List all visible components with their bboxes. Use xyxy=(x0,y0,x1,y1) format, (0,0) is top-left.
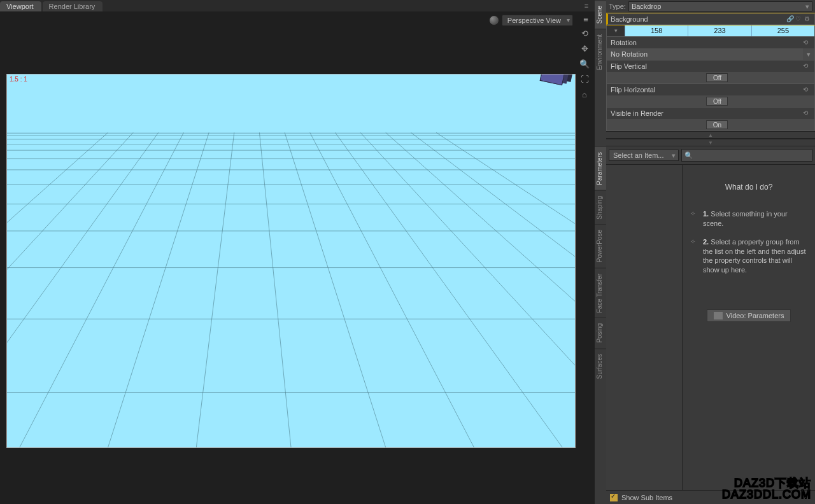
gear-icon[interactable]: ⚙ xyxy=(804,15,812,23)
side-tabs-lower: Parameters Shaping PowerPose Face Transf… xyxy=(595,146,606,504)
type-select[interactable]: Backdrop xyxy=(628,1,812,11)
vtab-environment[interactable]: Environment xyxy=(595,29,606,75)
nav-cube[interactable] xyxy=(534,74,572,91)
vtab-powerpose[interactable]: PowerPose xyxy=(595,224,606,267)
drawstyle-icon[interactable] xyxy=(489,15,499,25)
zoom-icon[interactable]: 🔍 xyxy=(578,57,591,70)
param-search[interactable]: 🔍 xyxy=(681,149,812,162)
watermark: DAZ3D下载站 DAZ3DDL.COM xyxy=(722,477,811,500)
collapse-upper[interactable]: ▲ xyxy=(606,131,815,139)
flipv-label: Flip Vertical xyxy=(611,62,647,70)
color-r[interactable]: 158 xyxy=(625,25,688,36)
property-group-list[interactable] xyxy=(606,165,683,490)
show-subitems-label: Show Sub Items xyxy=(621,494,672,501)
panel-options-icon[interactable]: ≡ xyxy=(581,0,592,11)
viewport-panel: Perspective View ≡ ⟲ ✥ 🔍 ⛶ ⌂ 1.5 : 1 xyxy=(0,11,595,504)
rotation-label: Rotation xyxy=(611,39,637,46)
step-icon: ✧ xyxy=(690,209,699,228)
vtab-posing[interactable]: Posing xyxy=(595,318,606,348)
orbit-icon[interactable]: ⟲ xyxy=(578,27,591,39)
reset-icon[interactable]: ⌂ xyxy=(578,88,591,101)
view-select[interactable]: Perspective View xyxy=(502,15,573,26)
tab-render-library[interactable]: Render Library xyxy=(43,1,103,11)
flipv-toggle[interactable]: Off xyxy=(607,72,814,83)
vtab-shaping[interactable]: Shaping xyxy=(595,190,606,225)
heart-icon[interactable]: ♡ xyxy=(795,15,803,23)
color-expand[interactable]: ▾ xyxy=(607,25,625,36)
reset-icon[interactable]: ⟲ xyxy=(803,39,811,46)
viewport-tabs: Viewport Render Library ≡ xyxy=(0,0,595,11)
video-parameters-button[interactable]: Video: Parameters xyxy=(707,309,791,322)
frame-icon[interactable]: ⛶ xyxy=(578,73,591,85)
color-g[interactable]: 233 xyxy=(688,25,751,36)
help-title: What do I do? xyxy=(690,183,807,192)
step-icon: ✧ xyxy=(690,237,699,275)
prop-background-label: Background xyxy=(611,15,648,23)
aspect-label: 1.5 : 1 xyxy=(10,76,27,83)
show-subitems-checkbox[interactable] xyxy=(610,494,618,501)
rotation-select[interactable]: No Rotation xyxy=(607,48,814,60)
tab-viewport[interactable]: Viewport xyxy=(0,1,41,11)
reset-icon[interactable]: ⟲ xyxy=(803,62,811,70)
vtab-facetransfer[interactable]: Face Transfer xyxy=(595,268,606,318)
fliph-label: Flip Horizontal xyxy=(611,86,655,94)
video-icon xyxy=(714,312,723,319)
expand-lower[interactable]: ▼ xyxy=(606,139,815,146)
visible-toggle[interactable]: On xyxy=(607,119,814,130)
search-icon: 🔍 xyxy=(684,151,693,160)
reset-icon[interactable]: ⟲ xyxy=(803,109,811,117)
reset-icon[interactable]: ⟲ xyxy=(803,86,811,94)
item-select[interactable]: Select an Item... xyxy=(609,150,679,161)
viewport-menu-icon[interactable]: ≡ xyxy=(579,13,592,25)
viewport-canvas[interactable]: 1.5 : 1 xyxy=(6,74,576,448)
link-icon[interactable]: 🔗 xyxy=(786,15,794,23)
fliph-toggle[interactable]: Off xyxy=(607,95,814,107)
vtab-parameters[interactable]: Parameters xyxy=(595,146,606,190)
vtab-surfaces[interactable]: Surfaces xyxy=(595,348,606,384)
svg-rect-0 xyxy=(7,74,575,447)
visible-label: Visible in Render xyxy=(611,109,663,117)
vtab-scene[interactable]: Scene xyxy=(595,0,606,29)
type-label: Type: xyxy=(609,3,626,10)
help-pane: What do I do? ✧1. Select something in yo… xyxy=(683,165,815,490)
color-b[interactable]: 255 xyxy=(751,25,814,36)
pan-icon[interactable]: ✥ xyxy=(578,42,591,55)
